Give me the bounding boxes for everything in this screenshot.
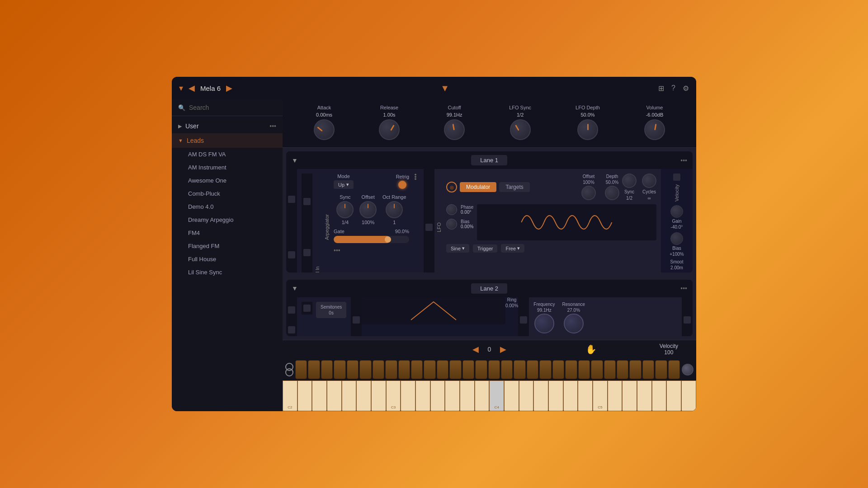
free-select[interactable]: Free ▾ [501,244,524,253]
lfo-toggle-1[interactable] [425,224,433,231]
pad-17[interactable] [501,360,513,379]
arp-side-options[interactable]: ••• [412,174,419,272]
pad-11[interactable] [424,360,435,379]
sine-select[interactable]: Sine ▾ [446,244,469,253]
lane-2-toggle-2[interactable] [288,326,295,333]
help-icon[interactable]: ? [671,84,675,92]
retrig-led[interactable] [398,181,406,189]
pad-8[interactable] [385,360,397,379]
white-key-g2[interactable] [342,380,357,411]
vel-toggle[interactable] [673,174,680,181]
pad-22[interactable] [565,360,577,379]
pad-21[interactable] [552,360,564,379]
white-key-d4[interactable] [504,380,519,411]
white-key-c5[interactable] [593,380,608,411]
white-key-d5[interactable] [608,380,623,411]
gain-knob[interactable] [670,205,683,218]
white-key-e3[interactable] [415,380,430,411]
pad-16[interactable] [488,360,500,379]
white-key-d3[interactable] [401,380,415,411]
lane2-freq-toggle[interactable] [520,316,527,324]
pad-29[interactable] [655,360,667,379]
lane-1-title-btn[interactable]: Lane 1 [298,155,680,165]
white-key-b3[interactable] [475,380,490,411]
white-key-c4[interactable] [489,380,504,411]
pad-10[interactable] [411,360,423,379]
pad-20[interactable] [539,360,551,379]
oct-range-knob[interactable] [386,201,403,218]
arp-more-options[interactable]: ••• [334,247,409,254]
gate-slider[interactable] [334,236,409,243]
resonance-knob[interactable] [564,314,584,333]
white-key-a2[interactable] [356,380,371,411]
white-key-g5[interactable] [652,380,667,411]
white-key-a5[interactable] [666,380,681,411]
pad-18[interactable] [514,360,525,379]
lane-1-options[interactable]: ••• [680,157,687,164]
keyboard-icon[interactable]: ⊞ [658,84,664,93]
pad-28[interactable] [642,360,654,379]
hand-tool-icon[interactable]: ✋ [585,344,597,355]
pad-9[interactable] [398,360,410,379]
bias-knob[interactable] [446,219,457,230]
pad-7[interactable] [373,360,384,379]
vel-bias-knob[interactable] [670,232,683,245]
lane-1-toggle-2[interactable] [288,251,295,258]
targets-tab[interactable]: Targets [499,182,529,192]
white-key-f4[interactable] [533,380,548,411]
pad-25[interactable] [604,360,616,379]
sidebar-item-demo[interactable]: Demo 4.0 [172,200,283,213]
leads-header[interactable]: ▼ Leads [172,133,283,148]
sidebar-item-fullhouse[interactable]: Full House [172,253,283,266]
pad-14[interactable] [462,360,474,379]
settings-icon[interactable]: ⚙ [683,84,689,93]
search-input[interactable]: Search [189,104,209,111]
gate-handle[interactable] [385,236,391,243]
sidebar-item-am-instrument[interactable]: AM Instrument [172,161,283,174]
sidebar-user-header[interactable]: ▶ User ••• [172,119,283,133]
lane2-filter-toggle[interactable] [353,316,360,324]
white-key-d2[interactable] [297,380,312,411]
lane-1-collapse[interactable]: ▼ [292,157,298,164]
pad-30[interactable] [668,360,680,379]
pad-26[interactable] [617,360,628,379]
lane-2-toggle-1[interactable] [288,306,295,314]
pad-19[interactable] [527,360,538,379]
frequency-knob[interactable] [534,314,554,333]
volume-knob[interactable] [644,119,665,140]
offset-knob[interactable] [359,201,377,218]
white-key-f2[interactable] [327,380,342,411]
white-key-c2[interactable] [283,380,297,411]
arp-toggle-1[interactable] [303,198,311,205]
white-key-e5[interactable] [622,380,637,411]
trigger-select[interactable]: Trigger [473,244,497,253]
lfo-sync-param-knob[interactable] [622,174,637,188]
modulator-tab[interactable]: Modulator [460,182,496,192]
pad-6[interactable] [359,360,371,379]
lane-2-options[interactable]: ••• [680,285,687,292]
mode-dropdown[interactable]: Up ▾ [334,180,354,189]
prev-button[interactable]: ◀ [189,83,195,93]
white-key-g4[interactable] [548,380,563,411]
lfo-sync-knob[interactable] [510,119,531,140]
lane-2-title-btn[interactable]: Lane 2 [298,283,680,294]
white-key-a4[interactable] [563,380,578,411]
sidebar-item-dreamy[interactable]: Dreamy Arpeggio [172,213,283,226]
pad-12[interactable] [437,360,448,379]
sidebar-item-awesome[interactable]: Awesome One [172,174,283,187]
sync-knob[interactable] [336,201,354,218]
white-key-b4[interactable] [578,380,593,411]
pad-27[interactable] [629,360,641,379]
pad-1[interactable] [295,360,307,379]
transport-prev[interactable]: ◀ [472,344,479,354]
arp-toggle-2[interactable] [303,249,311,256]
white-key-b5[interactable] [681,380,696,411]
white-key-e4[interactable] [519,380,534,411]
pad-5[interactable] [347,360,359,379]
white-key-a3[interactable] [460,380,475,411]
pad-2[interactable] [308,360,320,379]
white-key-g3[interactable] [445,380,460,411]
sidebar-item-fm4[interactable]: FM4 [172,226,283,239]
cutoff-knob[interactable] [444,119,465,140]
white-key-e2[interactable] [312,380,327,411]
